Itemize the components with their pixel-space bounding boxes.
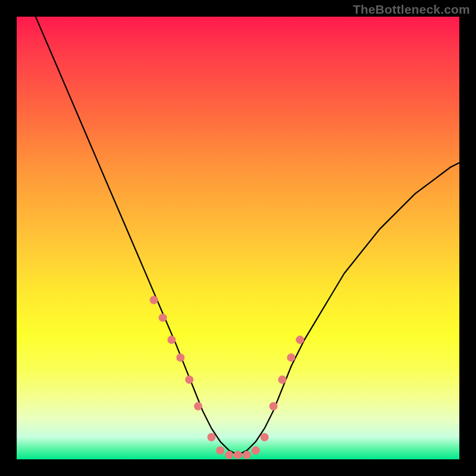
plot-area <box>17 17 459 459</box>
curve-marker <box>216 446 224 455</box>
curve-layer <box>17 17 459 459</box>
curve-marker <box>225 451 233 459</box>
curve-marker <box>207 433 215 441</box>
curve-marker <box>234 451 242 459</box>
curve-marker <box>185 375 193 384</box>
curve-marker <box>270 402 278 411</box>
curve-marker <box>176 353 184 362</box>
curve-marker <box>243 451 251 459</box>
curve-marker <box>167 336 176 344</box>
curve-marker <box>278 375 286 384</box>
curve-marker <box>150 296 158 304</box>
curve-marker <box>194 402 202 411</box>
curve-marker <box>296 336 304 344</box>
bottleneck-curve <box>17 17 459 455</box>
curve-marker <box>261 433 269 441</box>
curve-marker <box>287 353 295 362</box>
curve-marker <box>252 446 260 455</box>
chart-frame: TheBottleneck.com <box>0 0 476 476</box>
curve-marker <box>159 314 167 322</box>
curve-markers <box>150 296 305 459</box>
watermark-text: TheBottleneck.com <box>353 2 470 17</box>
